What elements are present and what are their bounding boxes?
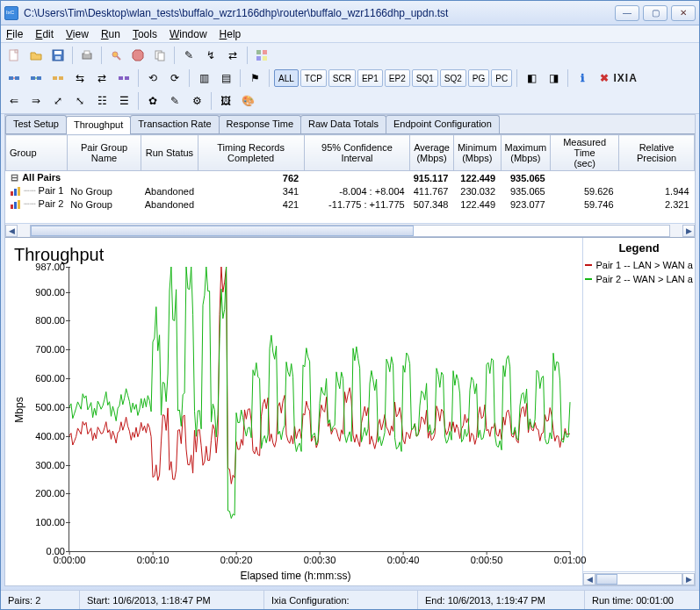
filter-pill-all[interactable]: ALL	[274, 69, 299, 87]
copy-icon[interactable]	[150, 46, 170, 65]
run-icon[interactable]	[106, 46, 126, 65]
col-header[interactable]: Average(Mbps)	[410, 135, 454, 171]
window: C:\Users\Tim\Desktop\wlan_tests\buffalo_…	[0, 0, 700, 610]
table-row[interactable]: ┈┈ Pair 2No GroupAbandoned421-11.775 : +…	[6, 197, 695, 211]
status-end: End: 10/6/2013, 1:19:47 PM	[418, 591, 585, 609]
stop-icon[interactable]	[128, 46, 148, 65]
col-header[interactable]: Relative Precision	[619, 135, 695, 171]
pairbtn-4-icon[interactable]: ⇆	[70, 68, 90, 88]
r3-11-icon[interactable]: 🎨	[238, 91, 257, 111]
menu-window[interactable]: Window	[170, 28, 207, 40]
tab-raw-data-totals[interactable]: Raw Data Totals	[300, 115, 386, 133]
scroll-right-icon[interactable]: ▶	[682, 225, 695, 237]
menu-help[interactable]: Help	[220, 28, 242, 40]
col-header[interactable]: Timing Records Completed	[198, 135, 304, 171]
link2-icon[interactable]: ⟳	[165, 68, 184, 88]
filter-pill-sq1[interactable]: SQ1	[412, 69, 438, 87]
r3-10-icon[interactable]: 🖼	[216, 91, 235, 111]
flag-icon[interactable]: ⚑	[245, 68, 264, 88]
r3-1-icon[interactable]: ⇚	[4, 91, 24, 111]
r3-9-icon[interactable]: ⚙	[187, 91, 206, 111]
new-icon[interactable]	[4, 46, 24, 65]
filter-pill-scr[interactable]: SCR	[328, 69, 356, 87]
tool2-icon[interactable]: ↯	[201, 46, 220, 65]
menu-edit[interactable]: Edit	[35, 28, 54, 40]
pairbtn-2-icon[interactable]	[26, 68, 46, 88]
r3-7-icon[interactable]: ✿	[143, 91, 162, 111]
r3-8-icon[interactable]: ✎	[165, 91, 184, 111]
results-grid[interactable]: GroupPair Group NameRun StatusTiming Rec…	[5, 134, 695, 223]
svg-marker-8	[133, 50, 143, 61]
legend-scroll-left-icon[interactable]: ◀	[583, 573, 595, 585]
link1-icon[interactable]: ⟲	[143, 68, 162, 88]
menu-view[interactable]: View	[66, 28, 89, 40]
filter-pill-pg[interactable]: PG	[468, 69, 489, 87]
legend-entry[interactable]: Pair 2 -- WAN > LAN a	[583, 272, 695, 286]
pairbtn-3-icon[interactable]	[48, 68, 68, 88]
y-tick-column: 0.00100.00200.00300.00400.00500.00600.00…	[26, 267, 69, 552]
col-header[interactable]: Run Status	[141, 135, 198, 171]
view1-icon[interactable]: ▥	[194, 68, 213, 88]
misc1-icon[interactable]: ◧	[522, 68, 541, 88]
maximize-button[interactable]: ▢	[643, 5, 668, 21]
menu-run[interactable]: Run	[101, 28, 120, 40]
tab-endpoint-configuration[interactable]: Endpoint Configuration	[386, 115, 500, 133]
pairbtn-5-icon[interactable]: ⇄	[92, 68, 112, 88]
misc2-icon[interactable]: ◨	[544, 68, 563, 88]
r3-3-icon[interactable]: ⤢	[48, 91, 68, 111]
tool-icon[interactable]: ✎	[179, 46, 198, 65]
grid-h-scrollbar[interactable]: ◀ ▶	[5, 223, 695, 237]
close-button[interactable]: ✕	[671, 5, 696, 21]
toolbar-row-3: ⇚ ⇛ ⤢ ⤡ ☷ ☰ ✿ ✎ ⚙ 🖼 🎨	[4, 90, 696, 111]
col-header[interactable]: Pair Group Name	[67, 135, 141, 171]
scroll-thumb[interactable]	[31, 226, 414, 236]
r3-4-icon[interactable]: ⤡	[70, 91, 90, 111]
tab-test-setup[interactable]: Test Setup	[5, 115, 67, 133]
filter-pill-tcp[interactable]: TCP	[300, 69, 327, 87]
col-header[interactable]: Measured Time(sec)	[551, 135, 619, 171]
r3-5-icon[interactable]: ☷	[92, 91, 112, 111]
plot[interactable]: 0:00:000:00:100:00:200:00:300:00:400:00:…	[69, 267, 570, 552]
minimize-button[interactable]: —	[615, 5, 639, 21]
table-row[interactable]: ⊟ All Pairs762915.117122.449935.065	[6, 171, 695, 185]
col-header[interactable]: Maximum(Mbps)	[501, 135, 551, 171]
legend-scroll-thumb[interactable]	[596, 574, 617, 585]
filter-pill-pc[interactable]: PC	[491, 69, 512, 87]
col-header[interactable]: 95% Confidence Interval	[304, 135, 409, 171]
tab-throughput[interactable]: Throughput	[66, 116, 131, 134]
col-header[interactable]: Group	[6, 135, 68, 171]
r3-6-icon[interactable]: ☰	[114, 91, 134, 111]
pairbtn-1-icon[interactable]	[4, 68, 24, 88]
window-title: C:\Users\Tim\Desktop\wlan_tests\buffalo_…	[24, 7, 615, 19]
menu-tools[interactable]: Tools	[133, 28, 157, 40]
col-header[interactable]: Minimum(Mbps)	[453, 135, 501, 171]
tab-transaction-rate[interactable]: Transaction Rate	[130, 115, 219, 133]
scroll-left-icon[interactable]: ◀	[5, 225, 18, 237]
titlebar[interactable]: C:\Users\Tim\Desktop\wlan_tests\buffalo_…	[1, 1, 699, 25]
filter-pill-ep2[interactable]: EP2	[385, 69, 410, 87]
open-icon[interactable]	[26, 46, 46, 65]
y-tick: 100.00	[26, 517, 65, 527]
svg-rect-21	[53, 76, 57, 80]
save-icon[interactable]	[48, 46, 68, 65]
legend-scroll-right-icon[interactable]: ▶	[682, 573, 695, 585]
svg-rect-4	[55, 56, 61, 60]
view2-icon[interactable]: ▤	[216, 68, 235, 88]
app-icon	[4, 6, 18, 20]
grid-icon[interactable]	[252, 46, 271, 65]
r3-2-icon[interactable]: ⇛	[26, 91, 46, 111]
filter-pill-sq2[interactable]: SQ2	[440, 69, 466, 87]
legend-h-scrollbar[interactable]: ◀ ▶	[583, 571, 695, 585]
scroll-track[interactable]	[30, 225, 670, 237]
tab-response-time[interactable]: Response Time	[219, 115, 301, 133]
pairbtn-6-icon[interactable]	[114, 68, 134, 88]
table-row[interactable]: ┈┈ Pair 1No GroupAbandoned341-8.004 : +8…	[6, 184, 695, 197]
print-icon[interactable]	[77, 46, 97, 65]
tool3-icon[interactable]: ⇄	[223, 46, 242, 65]
info-icon[interactable]: ℹ	[573, 68, 592, 88]
legend-entry[interactable]: Pair 1 -- LAN > WAN a	[583, 258, 695, 272]
menu-file[interactable]: File	[6, 28, 23, 40]
filter-pill-ep1[interactable]: EP1	[357, 69, 383, 87]
y-tick: 600.00	[26, 373, 65, 384]
svg-rect-27	[18, 187, 20, 196]
